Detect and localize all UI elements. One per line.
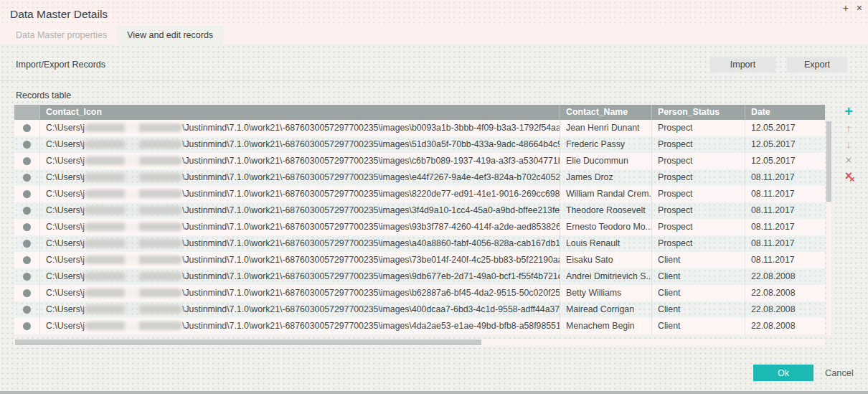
date-cell[interactable]: 08.11.2017	[745, 235, 825, 252]
record-selector-cell[interactable]	[14, 301, 39, 318]
contact-icon-cell[interactable]: C:\Users\j\Justinmind\7.1.0\work21\-6876…	[39, 268, 560, 285]
contact-name-cell[interactable]: Andrei Dmitrievich S...	[560, 268, 651, 285]
table-row[interactable]: C:\Users\j\Justinmind\7.1.0\work21\-6876…	[14, 186, 825, 202]
contact-icon-cell[interactable]: C:\Users\j\Justinmind\7.1.0\work21\-6876…	[39, 252, 560, 268]
contact-icon-cell[interactable]: C:\Users\j\Justinmind\7.1.0\work21\-6876…	[39, 120, 560, 136]
contact-name-cell[interactable]: Betty Williams	[560, 285, 651, 301]
date-cell[interactable]: 12.05.2017	[745, 136, 825, 153]
import-button[interactable]: Import	[710, 57, 775, 72]
contact-icon-cell[interactable]: C:\Users\j\Justinmind\7.1.0\work21\-6876…	[39, 136, 560, 153]
contact-name-cell[interactable]: Mairead Corrigan	[560, 301, 651, 318]
table-row[interactable]: C:\Users\j\Justinmind\7.1.0\work21\-6876…	[14, 268, 825, 285]
person-status-column-header[interactable]: Person_Status	[651, 105, 745, 120]
table-row[interactable]: C:\Users\j\Justinmind\7.1.0\work21\-6876…	[14, 252, 825, 268]
person-status-cell[interactable]: Prospect	[651, 202, 745, 219]
ok-button[interactable]: Ok	[753, 365, 813, 381]
move-down-button[interactable]: ↓	[838, 136, 859, 152]
date-cell[interactable]: 22.08.2008	[745, 318, 825, 334]
record-selector-cell[interactable]	[14, 235, 39, 252]
table-row[interactable]: C:\Users\j\Justinmind\7.1.0\work21\-6876…	[14, 235, 825, 252]
contact-icon-cell[interactable]: C:\Users\j\Justinmind\7.1.0\work21\-6876…	[39, 219, 560, 235]
contact-name-cell[interactable]: Elie Ducommun	[560, 153, 651, 169]
contact-name-column-header[interactable]: Contact_Name	[560, 105, 651, 120]
table-row[interactable]: C:\Users\j\Justinmind\7.1.0\work21\-6876…	[14, 169, 825, 186]
tab-data-master-properties[interactable]: Data Master properties	[6, 26, 117, 44]
close-icon[interactable]: ×	[857, 2, 862, 14]
table-row[interactable]: C:\Users\j\Justinmind\7.1.0\work21\-6876…	[14, 301, 825, 318]
person-status-cell[interactable]: Prospect	[651, 169, 745, 186]
move-up-button[interactable]: ↑	[838, 121, 859, 136]
redacted-username	[85, 222, 182, 231]
horizontal-scrollbar-thumb[interactable]	[15, 339, 481, 345]
date-cell[interactable]: 12.05.2017	[745, 120, 825, 136]
person-status-cell[interactable]: Prospect	[651, 219, 745, 235]
horizontal-scrollbar[interactable]	[14, 339, 825, 346]
date-cell[interactable]: 22.08.2008	[745, 285, 825, 301]
person-status-cell[interactable]: Client	[651, 285, 745, 301]
person-status-cell[interactable]: Client	[651, 268, 745, 285]
table-row[interactable]: C:\Users\j\Justinmind\7.1.0\work21\-6876…	[14, 202, 825, 219]
contact-icon-cell[interactable]: C:\Users\j\Justinmind\7.1.0\work21\-6876…	[39, 186, 560, 202]
contact-icon-cell[interactable]: C:\Users\j\Justinmind\7.1.0\work21\-6876…	[39, 235, 560, 252]
contact-icon-cell[interactable]: C:\Users\j\Justinmind\7.1.0\work21\-6876…	[39, 169, 560, 186]
date-cell[interactable]: 08.11.2017	[745, 202, 825, 219]
person-status-cell[interactable]: Prospect	[651, 120, 745, 136]
delete-all-records-button[interactable]: ××	[838, 168, 859, 187]
contact-name-cell[interactable]: Eisaku Sato	[560, 252, 651, 268]
person-status-cell[interactable]: Prospect	[651, 235, 745, 252]
vertical-scrollbar[interactable]	[826, 121, 831, 336]
contact-name-cell[interactable]: Ernesto Teodoro Mo...	[560, 219, 651, 235]
record-selector-cell[interactable]	[14, 318, 39, 334]
record-selector-cell[interactable]	[14, 268, 39, 285]
contact-name-cell[interactable]: Theodore Roosevelt	[560, 202, 651, 219]
date-cell[interactable]: 22.08.2008	[745, 301, 825, 318]
table-row[interactable]: C:\Users\j\Justinmind\7.1.0\work21\-6876…	[14, 120, 825, 136]
contact-name-cell[interactable]: James Droz	[560, 169, 651, 186]
export-button[interactable]: Export	[787, 57, 847, 72]
contact-icon-cell[interactable]: C:\Users\j\Justinmind\7.1.0\work21\-6876…	[39, 301, 560, 318]
person-status-cell[interactable]: Client	[651, 252, 745, 268]
record-selector-cell[interactable]	[14, 186, 39, 202]
table-row[interactable]: C:\Users\j\Justinmind\7.1.0\work21\-6876…	[14, 219, 825, 235]
person-status-cell[interactable]: Client	[651, 318, 745, 334]
vertical-scrollbar-thumb[interactable]	[826, 121, 831, 202]
record-selector-cell[interactable]	[14, 169, 39, 186]
person-status-cell[interactable]: Prospect	[651, 153, 745, 169]
cancel-button[interactable]: Cancel	[825, 367, 854, 378]
contact-icon-column-header[interactable]: Contact_Icon	[39, 105, 560, 120]
record-selector-cell[interactable]	[14, 285, 39, 301]
table-row[interactable]: C:\Users\j\Justinmind\7.1.0\work21\-6876…	[14, 318, 825, 334]
contact-name-cell[interactable]: Louis Renault	[560, 235, 651, 252]
table-row[interactable]: C:\Users\j\Justinmind\7.1.0\work21\-6876…	[14, 136, 825, 153]
date-cell[interactable]: 08.11.2017	[745, 169, 825, 186]
add-window-icon[interactable]: +	[843, 2, 849, 14]
contact-icon-cell[interactable]: C:\Users\j\Justinmind\7.1.0\work21\-6876…	[39, 285, 560, 301]
contact-name-cell[interactable]: Frederic Passy	[560, 136, 651, 153]
person-status-cell[interactable]: Prospect	[651, 136, 745, 153]
record-selector-cell[interactable]	[14, 252, 39, 268]
contact-icon-cell[interactable]: C:\Users\j\Justinmind\7.1.0\work21\-6876…	[39, 153, 560, 169]
add-record-button[interactable]: +	[838, 103, 859, 121]
person-status-cell[interactable]: Prospect	[651, 186, 745, 202]
record-selector-cell[interactable]	[14, 202, 39, 219]
date-column-header[interactable]: Date	[745, 105, 825, 120]
record-selector-cell[interactable]	[14, 153, 39, 169]
date-cell[interactable]: 22.08.2008	[745, 268, 825, 285]
delete-record-button[interactable]: ×	[838, 152, 859, 168]
table-row[interactable]: C:\Users\j\Justinmind\7.1.0\work21\-6876…	[14, 153, 825, 169]
contact-icon-cell[interactable]: C:\Users\j\Justinmind\7.1.0\work21\-6876…	[39, 318, 560, 334]
contact-icon-cell[interactable]: C:\Users\j\Justinmind\7.1.0\work21\-6876…	[39, 202, 560, 219]
contact-name-cell[interactable]: Menachem Begin	[560, 318, 651, 334]
date-cell[interactable]: 08.11.2017	[745, 219, 825, 235]
table-row[interactable]: C:\Users\j\Justinmind\7.1.0\work21\-6876…	[14, 285, 825, 301]
person-status-cell[interactable]: Client	[651, 301, 745, 318]
record-selector-cell[interactable]	[14, 120, 39, 136]
record-selector-cell[interactable]	[14, 219, 39, 235]
date-cell[interactable]: 12.05.2017	[745, 153, 825, 169]
date-cell[interactable]: 08.11.2017	[745, 252, 825, 268]
contact-name-cell[interactable]: Jean Henri Dunant	[560, 120, 651, 136]
date-cell[interactable]: 08.11.2017	[745, 186, 825, 202]
record-selector-cell[interactable]	[14, 136, 39, 153]
contact-name-cell[interactable]: William Randal Crem...	[560, 186, 651, 202]
tab-view-and-edit-records[interactable]: View and edit records	[117, 26, 223, 44]
